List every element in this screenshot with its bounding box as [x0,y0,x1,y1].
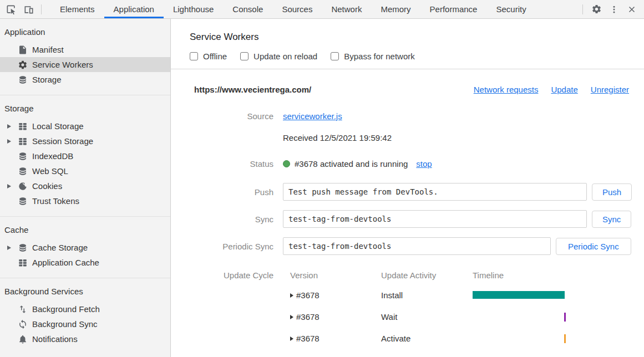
sidebar-item-session-storage[interactable]: Session Storage [0,134,170,149]
sidebar-item-trust-tokens[interactable]: Trust Tokens [0,193,170,208]
sidebar-item-manifest[interactable]: Manifest [0,42,170,57]
database-icon [18,166,28,176]
sidebar-item-local-storage[interactable]: Local Storage [0,119,170,134]
expand-triangle-icon[interactable] [7,184,11,188]
sidebar-item-label: Session Storage [32,136,93,146]
tab-network[interactable]: Network [322,0,371,18]
push-label: Push [194,187,273,197]
service-workers-panel: Service Workers Offline Update on reload… [171,19,644,357]
source-file-link[interactable]: serviceworker.js [283,111,342,121]
sync-icon [18,319,28,329]
tab-console[interactable]: Console [223,0,272,18]
tab-memory[interactable]: Memory [371,0,420,18]
close-icon[interactable] [623,0,641,18]
push-input[interactable] [283,183,587,201]
database-icon [18,196,28,206]
sidebar-item-service-workers[interactable]: Service Workers [0,57,170,72]
sidebar-item-indexeddb[interactable]: IndexedDB [0,149,170,164]
sidebar-item-label: Manifest [32,45,64,54]
sidebar-item-storage[interactable]: Storage [0,72,170,87]
expand-triangle-icon[interactable] [290,336,293,341]
section-title: Cache [0,223,170,237]
update-link[interactable]: Update [551,85,577,94]
settings-gear-icon[interactable] [587,0,605,18]
worker-origin: https://www.vecientrega.com/ [194,85,311,94]
sidebar-item-notifications[interactable]: Notifications [0,332,170,346]
update-cycle-table: Version Update Activity Timeline #3678 I… [283,271,629,355]
file-icon [18,45,28,55]
sidebar-item-cache-storage[interactable]: Cache Storage [0,240,170,255]
stop-link[interactable]: stop [416,159,432,169]
unregister-link[interactable]: Unregister [591,85,629,94]
tab-sources[interactable]: Sources [272,0,322,18]
sidebar-item-label: Service Workers [32,60,93,69]
database-icon [18,75,28,85]
sidebar-item-label: Cookies [32,181,62,191]
sidebar-item-label: Application Cache [32,258,99,267]
periodic-sync-input[interactable] [283,237,551,255]
table-icon [18,136,28,146]
fetch-arrows-icon [18,304,28,314]
page-title: Service Workers [171,19,644,44]
devtools-toolbar: Elements Application Lighthouse Console … [0,0,644,19]
more-kebab-icon[interactable] [605,0,623,18]
push-button[interactable]: Push [592,183,632,201]
expand-triangle-icon[interactable] [7,246,11,250]
expand-triangle-icon[interactable] [290,293,293,298]
timeline-bar-wait [564,313,566,322]
expand-triangle-icon[interactable] [7,139,11,144]
sync-input[interactable] [283,210,587,228]
section-title: Storage [0,102,170,115]
table-icon [18,121,28,131]
update-on-reload-checkbox[interactable] [240,52,249,60]
bypass-for-network-checkbox[interactable] [331,52,339,60]
network-requests-link[interactable]: Network requests [474,85,539,94]
inspect-icon[interactable] [2,0,20,18]
sync-label: Sync [194,215,273,224]
device-toolbar-icon[interactable] [20,0,38,18]
bell-icon [18,334,28,344]
expand-triangle-icon[interactable] [290,315,293,319]
column-header-timeline: Timeline [473,271,629,280]
sidebar-item-label: Local Storage [32,121,84,131]
sidebar-item-label: Trust Tokens [32,196,79,206]
toolbar-divider [41,4,42,14]
timeline-bar-activate [564,334,566,343]
sidebar-item-label: Background Fetch [32,304,100,314]
offline-checkbox[interactable] [190,52,198,60]
status-green-dot-icon [283,160,290,167]
periodic-sync-button[interactable]: Periodic Sync [556,238,631,255]
tab-elements[interactable]: Elements [50,0,104,18]
sidebar-item-label: Cache Storage [32,243,88,252]
sidebar-item-web-sql[interactable]: Web SQL [0,164,170,178]
sidebar-item-cookies[interactable]: Cookies [0,178,170,193]
panel-tabs: Elements Application Lighthouse Console … [50,0,536,18]
update-on-reload-label: Update on reload [253,52,317,61]
activity-value: Install [381,290,473,300]
table-row: #3678 Wait [290,312,629,322]
expand-triangle-icon[interactable] [7,124,11,129]
sidebar-item-background-fetch[interactable]: Background Fetch [0,302,170,317]
version-value: #3678 [296,290,320,300]
bypass-for-network-label: Bypass for network [344,52,415,61]
tab-performance[interactable]: Performance [420,0,487,18]
database-icon [18,243,28,253]
tab-lighthouse[interactable]: Lighthouse [164,0,223,18]
activity-value: Wait [381,312,473,322]
section-title: Background Services [0,285,170,298]
received-timestamp: Received 12/5/2021 19:59:42 [283,133,629,142]
activity-value: Activate [381,334,473,343]
version-value: #3678 [296,334,320,343]
source-label: Source [194,111,273,121]
database-icon [18,151,28,161]
tab-security[interactable]: Security [486,0,535,18]
sync-button[interactable]: Sync [592,211,631,228]
column-header-version: Version [290,271,381,280]
update-cycle-label: Update Cycle [194,271,273,280]
sidebar-item-application-cache[interactable]: Application Cache [0,255,170,270]
tab-application[interactable]: Application [104,0,164,18]
sidebar-item-background-sync[interactable]: Background Sync [0,317,170,332]
divider [171,69,644,69]
sidebar-item-label: Background Sync [32,319,98,329]
devtools-window: Elements Application Lighthouse Console … [0,0,644,357]
